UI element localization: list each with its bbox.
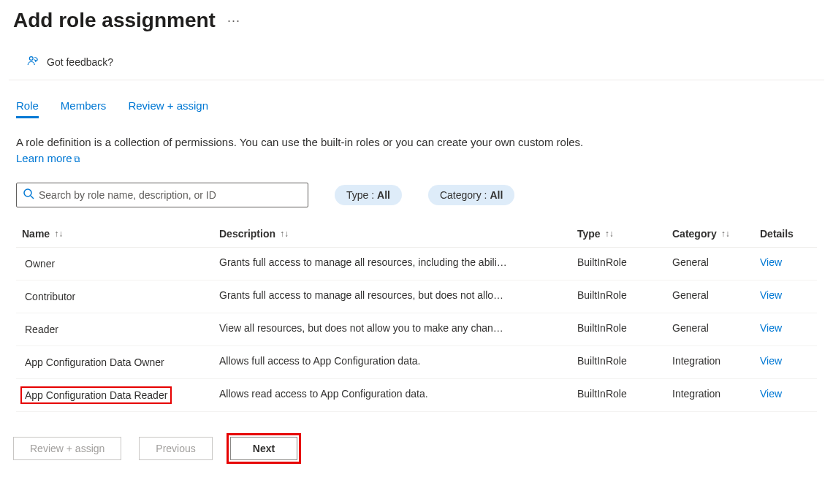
cell-description: Grants full access to manage all resourc… bbox=[213, 280, 571, 313]
view-details-link[interactable]: View bbox=[760, 355, 782, 367]
tab-bar: Role Members Review + assign bbox=[0, 80, 833, 118]
cell-name: Reader bbox=[16, 313, 213, 345]
cell-category: General bbox=[666, 248, 754, 280]
sort-icon: ↑↓ bbox=[54, 229, 63, 239]
view-details-link[interactable]: View bbox=[760, 256, 782, 268]
review-assign-button[interactable]: Review + assign bbox=[13, 437, 121, 460]
cell-name: App Configuration Data Reader bbox=[16, 379, 213, 411]
tab-review-assign[interactable]: Review + assign bbox=[128, 99, 208, 118]
sort-icon: ↑↓ bbox=[280, 229, 289, 239]
cell-category: Integration bbox=[666, 346, 754, 378]
col-header-description[interactable]: Description↑↓ bbox=[213, 221, 571, 247]
view-details-link[interactable]: View bbox=[760, 388, 782, 400]
cell-category: General bbox=[666, 280, 754, 313]
search-box[interactable] bbox=[16, 183, 308, 207]
table-row[interactable]: App Configuration Data OwnerAllows full … bbox=[16, 346, 817, 379]
cell-description: Grants full access to manage all resourc… bbox=[213, 248, 571, 280]
category-filter-pill[interactable]: Category : All bbox=[428, 185, 514, 205]
cell-type: BuiltInRole bbox=[571, 248, 666, 280]
feedback-link[interactable]: Got feedback? bbox=[26, 54, 113, 69]
type-filter-pill[interactable]: Type : All bbox=[335, 185, 402, 205]
description-text: A role definition is a collection of per… bbox=[0, 118, 621, 167]
cell-description: Allows full access to App Configuration … bbox=[213, 346, 571, 378]
page-title: Add role assignment bbox=[13, 9, 216, 32]
col-header-category[interactable]: Category↑↓ bbox=[666, 221, 754, 247]
cell-type: BuiltInRole bbox=[571, 313, 666, 345]
tab-role[interactable]: Role bbox=[16, 99, 39, 118]
cell-category: General bbox=[666, 313, 754, 345]
cell-type: BuiltInRole bbox=[571, 379, 666, 411]
cell-description: View all resources, but does not allow y… bbox=[213, 313, 571, 345]
table-row[interactable]: OwnerGrants full access to manage all re… bbox=[16, 248, 817, 280]
sort-icon: ↑↓ bbox=[721, 229, 730, 239]
feedback-person-icon bbox=[26, 54, 39, 69]
view-details-link[interactable]: View bbox=[760, 289, 782, 301]
col-header-type[interactable]: Type↑↓ bbox=[571, 221, 666, 247]
feedback-label: Got feedback? bbox=[47, 56, 113, 68]
cell-category: Integration bbox=[666, 379, 754, 411]
table-row[interactable]: ReaderView all resources, but does not a… bbox=[16, 313, 817, 346]
view-details-link[interactable]: View bbox=[760, 322, 782, 334]
external-link-icon: ⧉ bbox=[74, 154, 80, 164]
table-row[interactable]: ContributorGrants full access to manage … bbox=[16, 280, 817, 313]
cell-type: BuiltInRole bbox=[571, 346, 666, 378]
next-button[interactable]: Next bbox=[230, 437, 297, 460]
svg-line-2 bbox=[31, 196, 34, 199]
svg-point-1 bbox=[24, 189, 31, 196]
table-row[interactable]: App Configuration Data ReaderAllows read… bbox=[16, 379, 817, 412]
cell-description: Allows read access to App Configuration … bbox=[213, 379, 571, 411]
cell-type: BuiltInRole bbox=[571, 280, 666, 313]
sort-icon: ↑↓ bbox=[605, 229, 614, 239]
search-input[interactable] bbox=[39, 189, 302, 201]
col-header-name[interactable]: Name↑↓ bbox=[16, 221, 213, 247]
svg-point-0 bbox=[29, 57, 33, 61]
cell-name: App Configuration Data Owner bbox=[16, 346, 213, 378]
roles-table: Name↑↓ Description↑↓ Type↑↓ Category↑↓ D… bbox=[16, 221, 817, 412]
previous-button[interactable]: Previous bbox=[139, 437, 212, 460]
more-actions-icon[interactable]: ··· bbox=[227, 13, 240, 28]
search-icon bbox=[23, 188, 34, 202]
col-header-details: Details bbox=[754, 221, 813, 247]
cell-name: Owner bbox=[16, 248, 213, 280]
cell-name: Contributor bbox=[16, 280, 213, 313]
learn-more-link[interactable]: Learn more⧉ bbox=[16, 152, 80, 164]
tab-members[interactable]: Members bbox=[61, 99, 107, 118]
